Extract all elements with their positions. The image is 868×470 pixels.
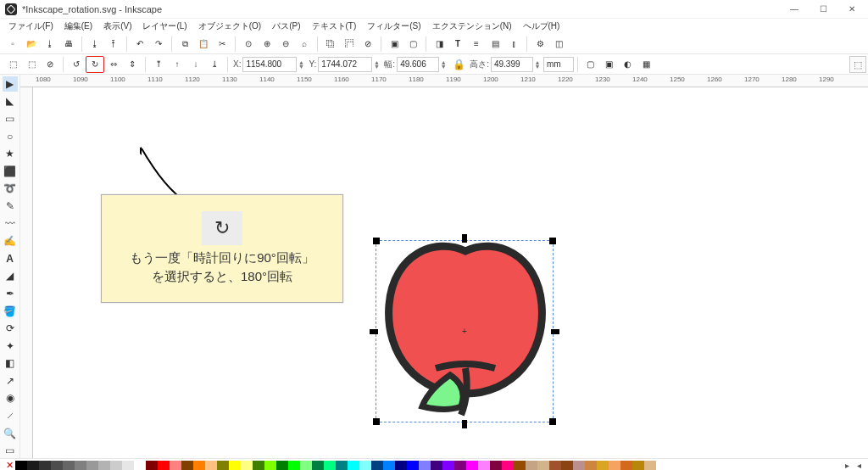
color-swatch[interactable] [122,461,134,471]
color-swatch[interactable] [253,461,264,471]
color-swatch[interactable] [371,461,383,471]
color-swatch[interactable] [86,461,98,471]
color-swatch[interactable] [395,461,407,471]
pages-tool-icon[interactable]: ▭ [3,443,18,458]
deselect-icon[interactable]: ⊘ [41,56,59,73]
unit-select[interactable] [543,57,574,72]
color-swatch[interactable] [217,461,229,471]
prefs-icon[interactable]: ⚙ [531,36,549,53]
color-swatch[interactable] [478,461,490,471]
handle-r[interactable] [551,329,559,334]
color-swatch[interactable] [276,461,288,471]
color-swatch[interactable] [526,461,537,471]
spray-tool-icon[interactable]: ✦ [3,339,18,354]
y-spinner[interactable]: ▲▼ [372,60,381,69]
handle-l[interactable] [370,329,378,334]
paintbucket-tool-icon[interactable]: 🪣 [3,304,18,319]
fillstroke-icon[interactable]: ◨ [430,36,448,53]
color-swatch[interactable] [98,461,110,471]
menu-help[interactable]: ヘルプ(H) [518,19,565,34]
color-swatch[interactable] [336,461,348,471]
raise-icon[interactable]: ↑ [168,56,186,73]
gradient-tool-icon[interactable]: ◢ [3,269,18,284]
color-swatch[interactable] [75,461,86,471]
menu-file[interactable]: ファイル(F) [3,19,58,34]
lock-icon[interactable]: 🔒 [449,56,468,73]
palette-scroll-icon[interactable]: ▸ [841,461,853,470]
canvas[interactable]: ↻ もう一度「時計回りに90°回転」 を選択すると、180°回転 [33,87,868,458]
color-swatch[interactable] [51,461,63,471]
export-icon[interactable]: ⭱ [104,36,123,53]
color-swatch[interactable] [383,461,395,471]
cut-icon[interactable]: ✂ [213,36,231,53]
color-swatch[interactable] [324,461,336,471]
handle-bl[interactable] [373,418,380,425]
circle-tool-icon[interactable]: ○ [3,129,18,144]
close-button[interactable]: ✕ [844,4,860,14]
snap-toggle-icon[interactable]: ⬚ [849,56,866,73]
color-swatch[interactable] [110,461,122,471]
transform-stroke-icon[interactable]: ▢ [581,56,600,73]
color-swatch[interactable] [490,461,502,471]
handle-tr[interactable] [549,238,556,244]
lpe-tool-icon[interactable]: ◉ [3,391,18,406]
transform-gradient-icon[interactable]: ◐ [619,56,637,73]
menu-layer[interactable]: レイヤー(L) [137,19,192,34]
zoom-sel-icon[interactable]: ⌕ [295,36,314,53]
transform-pattern-icon[interactable]: ▦ [637,56,656,73]
handle-tl[interactable] [373,238,380,244]
rotate-ccw-icon[interactable]: ↺ [67,56,86,73]
flip-v-icon[interactable]: ⇕ [123,56,142,73]
color-swatch[interactable] [170,461,181,471]
selection-box[interactable]: + [376,240,554,422]
color-swatch[interactable] [312,461,324,471]
color-swatch[interactable] [264,461,276,471]
color-swatch[interactable] [419,461,431,471]
menu-filter[interactable]: フィルター(S) [362,19,426,34]
select-layers-icon[interactable]: ⬚ [22,56,41,73]
color-swatch[interactable] [15,461,27,471]
color-swatch[interactable] [502,461,514,471]
color-swatch[interactable] [146,461,158,471]
color-swatch[interactable] [359,461,371,471]
color-swatch[interactable] [288,461,300,471]
color-swatch[interactable] [300,461,312,471]
rect-tool-icon[interactable]: ▭ [3,111,18,126]
color-swatch[interactable] [454,461,466,471]
color-swatch[interactable] [63,461,75,471]
color-swatch[interactable] [585,461,597,471]
minimize-button[interactable]: — [787,4,802,14]
zoom-page-icon[interactable]: ⊖ [276,36,295,53]
handle-t[interactable] [462,234,467,243]
h-spinner[interactable]: ▲▼ [533,60,542,69]
palette-none-icon[interactable]: ✕ [3,460,15,470]
copy-icon[interactable]: ⧉ [175,36,194,53]
text-tool-icon[interactable]: A [3,251,18,266]
print-icon[interactable]: 🖶 [59,36,78,53]
color-swatch[interactable] [348,461,359,471]
lower-icon[interactable]: ↓ [186,56,205,73]
x-input[interactable] [242,57,297,72]
color-swatch[interactable] [597,461,609,471]
color-swatch[interactable] [241,461,253,471]
star-tool-icon[interactable]: ★ [3,146,18,161]
color-swatch[interactable] [573,461,585,471]
select-all-icon[interactable]: ⬚ [3,56,22,73]
save-icon[interactable]: ⭳ [41,36,59,53]
unlink-icon[interactable]: ⊘ [359,36,377,53]
color-swatch[interactable] [466,461,478,471]
group-icon[interactable]: ▣ [385,36,403,53]
color-swatch[interactable] [407,461,419,471]
w-spinner[interactable]: ▲▼ [439,60,448,69]
handle-b[interactable] [462,420,467,428]
rotate-cw-icon[interactable]: ↻ [86,56,104,73]
align-icon[interactable]: ⫿ [504,36,523,53]
color-swatch[interactable] [193,461,205,471]
duplicate-icon[interactable]: ⿻ [321,36,340,53]
zoom-drawing-icon[interactable]: ⊕ [258,36,276,53]
ungroup-icon[interactable]: ▢ [403,36,422,53]
node-tool-icon[interactable]: ◣ [3,94,18,109]
color-swatch[interactable] [158,461,170,471]
color-swatch[interactable] [431,461,442,471]
layers-icon[interactable]: ≡ [467,36,486,53]
